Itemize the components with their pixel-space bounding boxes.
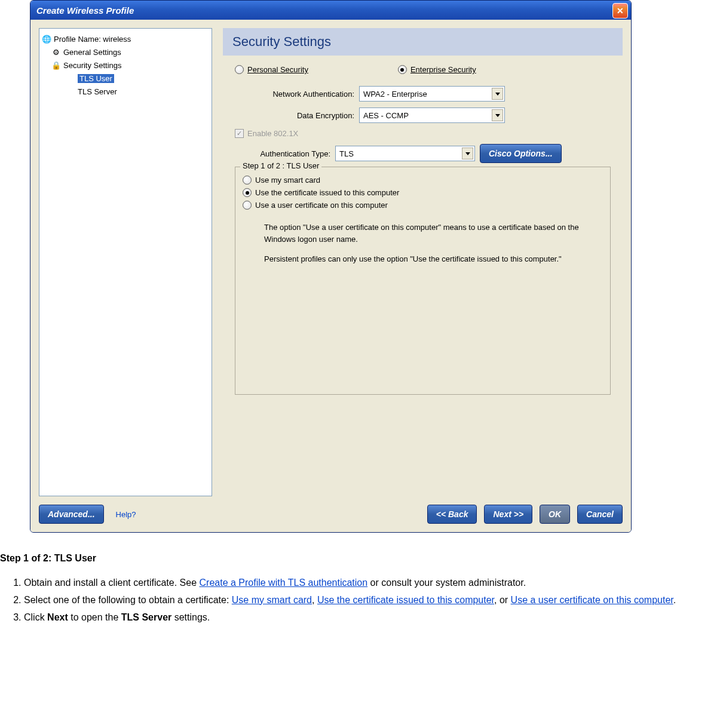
globe-icon: 🌐 — [42, 35, 51, 44]
tree-label: TLS Server — [78, 87, 117, 96]
advanced-button[interactable]: Advanced... — [39, 505, 104, 524]
tree-tls-user[interactable]: TLS User — [78, 72, 209, 85]
link-cert-issued[interactable]: Use the certificate issued to this compu… — [317, 595, 494, 605]
data-enc-label: Data Encryption: — [235, 111, 359, 120]
tree-tls-server[interactable]: TLS Server — [78, 85, 209, 98]
doc-step-1: Obtain and install a client certificate.… — [24, 576, 720, 591]
net-auth-label: Network Authentication: — [235, 90, 359, 99]
doc-step-3: Click Next to open the TLS Server settin… — [24, 610, 720, 625]
auth-type-label: Authentication Type: — [235, 149, 330, 158]
combo-value: TLS — [339, 149, 354, 158]
link-user-cert[interactable]: Use a user certificate on this computer — [511, 595, 673, 605]
chevron-down-icon — [462, 148, 473, 159]
radio-enterprise[interactable]: Enterprise Security — [398, 65, 476, 74]
checkbox-icon: ✓ — [235, 129, 244, 138]
link-smart-card[interactable]: Use my smart card — [232, 595, 312, 605]
ok-button[interactable]: OK — [540, 505, 570, 524]
radio-personal[interactable]: Personal Security — [235, 65, 308, 74]
close-icon[interactable]: ✕ — [612, 3, 628, 19]
radio-smart-card[interactable]: Use my smart card — [243, 176, 603, 185]
cisco-options-button[interactable]: Cisco Options... — [480, 144, 562, 163]
radio-label: Enterprise Security — [410, 65, 476, 74]
gear-icon: ⚙ — [51, 48, 61, 57]
radio-icon — [243, 176, 252, 185]
tree-pane: 🌐 Profile Name: wireless ⚙ General Setti… — [39, 28, 212, 496]
radio-label: Personal Security — [247, 65, 308, 74]
titlebar: Create Wireless Profile ✕ — [30, 1, 631, 20]
lock-icon: 🔒 — [51, 61, 61, 70]
tree-label: Security Settings — [63, 61, 122, 70]
tree-label: Profile Name: wireless — [54, 35, 131, 44]
tree-label: TLS User — [78, 74, 114, 83]
radio-label: Use the certificate issued to this compu… — [255, 188, 399, 197]
combo-value: AES - CCMP — [363, 111, 409, 120]
tls-user-fieldset: Step 1 of 2 : TLS User Use my smart card… — [235, 167, 611, 395]
dialog-window: Create Wireless Profile ✕ 🌐 Profile Name… — [30, 0, 632, 533]
explain-text-1: The option "Use a user certificate on th… — [264, 222, 587, 245]
radio-icon — [243, 188, 252, 197]
data-enc-combo[interactable]: AES - CCMP — [359, 107, 505, 123]
radio-icon — [398, 65, 407, 74]
tree-label: General Settings — [63, 48, 121, 57]
enable-8021x-label: Enable 802.1X — [247, 129, 298, 138]
chevron-down-icon — [492, 109, 503, 121]
link-tls-auth[interactable]: Create a Profile with TLS authentication — [200, 578, 368, 588]
tree-security[interactable]: 🔒 Security Settings — [51, 59, 209, 72]
auth-type-combo[interactable]: TLS — [335, 146, 475, 161]
net-auth-combo[interactable]: WPA2 - Enterprise — [359, 86, 505, 102]
doc-heading: Step 1 of 2: TLS User — [0, 553, 720, 564]
window-title: Create Wireless Profile — [36, 5, 134, 16]
chevron-down-icon — [492, 88, 503, 100]
tree-general[interactable]: ⚙ General Settings — [51, 45, 209, 59]
cancel-button[interactable]: Cancel — [577, 505, 623, 524]
combo-value: WPA2 - Enterprise — [363, 90, 427, 99]
section-header: Security Settings — [223, 28, 623, 56]
fieldset-legend: Step 1 of 2 : TLS User — [240, 161, 321, 170]
tree-profile[interactable]: 🌐 Profile Name: wireless — [42, 32, 209, 45]
radio-icon — [243, 201, 252, 210]
help-link[interactable]: Help? — [116, 510, 136, 519]
explain-text-2: Persistent profiles can only use the opt… — [264, 253, 587, 265]
radio-label: Use my smart card — [255, 176, 320, 185]
radio-cert-issued[interactable]: Use the certificate issued to this compu… — [243, 188, 603, 197]
radio-label: Use a user certificate on this computer — [255, 201, 388, 210]
radio-user-cert[interactable]: Use a user certificate on this computer — [243, 201, 603, 210]
doc-step-2: Select one of the following to obtain a … — [24, 593, 720, 608]
radio-icon — [235, 65, 244, 74]
back-button[interactable]: << Back — [427, 505, 477, 524]
next-button[interactable]: Next >> — [484, 505, 532, 524]
